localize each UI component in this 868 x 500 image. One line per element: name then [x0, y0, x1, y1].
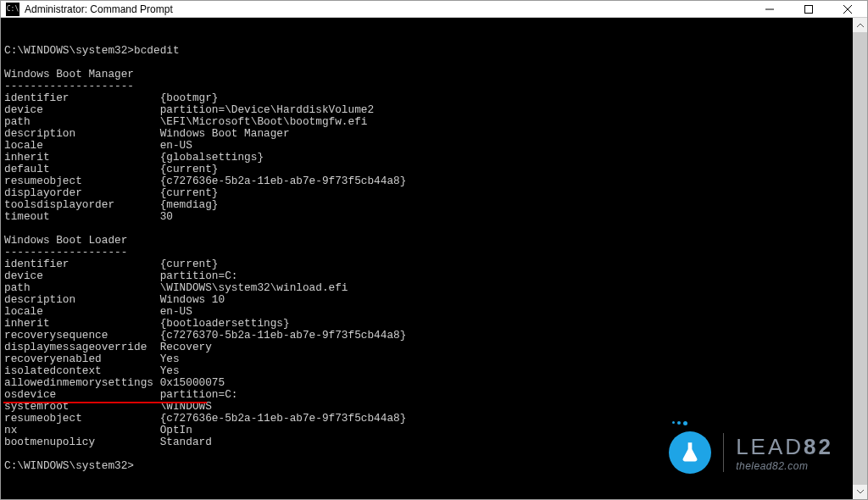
kv-key: nx: [4, 425, 160, 436]
kv-value: partition=\Device\HarddiskVolume2: [160, 103, 375, 116]
watermark-url: thelead82.com: [736, 460, 833, 472]
chevron-up-icon: [857, 23, 864, 27]
kv-key: recoveryenabled: [4, 353, 160, 365]
blank: [4, 447, 11, 460]
scroll-track[interactable]: [853, 32, 867, 485]
section-header-line: Windows Boot Manager: [4, 69, 849, 81]
kv-key: device: [4, 104, 160, 116]
kv-row: recoverysequence{c7276370-5b2a-11eb-ab7e…: [4, 330, 849, 342]
scroll-down-button[interactable]: [853, 485, 867, 499]
kv-row: localeen-US: [4, 140, 849, 152]
blank: [4, 222, 11, 235]
kv-key: default: [4, 164, 160, 175]
kv-value: partition=C:: [160, 269, 238, 282]
blank: [4, 56, 11, 69]
kv-row: inherit{bootloadersettings}: [4, 318, 849, 330]
kv-value: {current}: [160, 258, 219, 270]
kv-key: description: [4, 128, 160, 140]
title-left: C:\ Administrator: Command Prompt: [6, 3, 173, 16]
kv-key: inherit: [4, 152, 160, 164]
kv-key: locale: [4, 140, 160, 152]
kv-value: {c727636e-5b2a-11eb-ab7e-9f73f5cb44a8}: [160, 412, 407, 425]
kv-key: osdevice: [4, 389, 160, 401]
kv-row: descriptionWindows Boot Manager: [4, 128, 849, 140]
scroll-thumb[interactable]: [853, 32, 867, 485]
kv-value: en-US: [160, 139, 192, 152]
kv-key: toolsdisplayorder: [4, 199, 160, 211]
kv-key: resumeobject: [4, 413, 160, 425]
scroll-up-button[interactable]: [853, 18, 867, 32]
kv-value: \WINDOWS\system32\winload.efi: [160, 281, 348, 294]
kv-value: {c727636e-5b2a-11eb-ab7e-9f73f5cb44a8}: [160, 175, 407, 187]
kv-row: identifier{bootmgr}: [4, 92, 849, 104]
kv-value: partition=C:: [160, 388, 238, 401]
kv-key: path: [4, 282, 160, 294]
kv-value: Yes: [160, 353, 180, 365]
vertical-scrollbar[interactable]: [853, 18, 867, 499]
watermark-text: LEAD82 thelead82.com: [736, 434, 833, 472]
kv-value: {current}: [160, 163, 219, 175]
kv-value: 0x15000075: [160, 376, 225, 389]
watermark: LEAD82 thelead82.com: [669, 431, 833, 474]
kv-row: identifier{current}: [4, 258, 849, 270]
kv-value: {c7276370-5b2a-11eb-ab7e-9f73f5cb44a8}: [160, 329, 407, 342]
highlight-underline: [3, 402, 207, 403]
section-header: Windows Boot Loader: [4, 234, 127, 247]
kv-row: displayorder{current}: [4, 187, 849, 199]
cmd-icon: C:\: [6, 3, 19, 16]
maximize-button[interactable]: [789, 1, 828, 17]
kv-value: {bootloadersettings}: [160, 317, 290, 330]
titlebar[interactable]: C:\ Administrator: Command Prompt: [1, 1, 867, 18]
prompt-line: C:\WINDOWS\system32>bcdedit: [4, 45, 849, 57]
kv-row: devicepartition=\Device\HarddiskVolume2: [4, 104, 849, 116]
kv-row: path\EFI\Microsoft\Boot\bootmgfw.efi: [4, 116, 849, 128]
terminal-output[interactable]: C:\WINDOWS\system32>bcdedit Windows Boot…: [1, 18, 853, 499]
kv-row: descriptionWindows 10: [4, 294, 849, 306]
kv-row: inherit{globalsettings}: [4, 152, 849, 164]
minimize-button[interactable]: [750, 1, 789, 17]
chevron-down-icon: [857, 490, 864, 494]
kv-key: identifier: [4, 258, 160, 270]
kv-value: \EFI\Microsoft\Boot\bootmgfw.efi: [160, 115, 368, 128]
kv-value: {memdiag}: [160, 198, 219, 211]
kv-row: osdevicepartition=C:: [4, 389, 849, 401]
kv-row: resumeobject{c727636e-5b2a-11eb-ab7e-9f7…: [4, 413, 849, 425]
kv-row: recoveryenabledYes: [4, 353, 849, 365]
kv-row: displaymessageoverrideRecovery: [4, 342, 849, 353]
watermark-brand: LEAD82: [736, 434, 833, 460]
kv-key: displaymessageoverride: [4, 342, 160, 353]
kv-value: {bootmgr}: [160, 92, 219, 104]
kv-row: isolatedcontextYes: [4, 365, 849, 377]
section-rule-line: -------------------: [4, 247, 849, 258]
kv-row: toolsdisplayorder{memdiag}: [4, 199, 849, 211]
section-rule: --------------------: [4, 80, 134, 92]
kv-key: locale: [4, 306, 160, 318]
close-icon: [843, 5, 852, 14]
kv-key: allowedinmemorysettings: [4, 377, 160, 389]
kv-row: default{current}: [4, 164, 849, 175]
prompt-prefix: C:\WINDOWS\system32>: [4, 44, 134, 57]
blank-line: [4, 223, 849, 235]
window-title: Administrator: Command Prompt: [25, 3, 173, 15]
kv-key: resumeobject: [4, 175, 160, 187]
close-button[interactable]: [828, 1, 867, 17]
watermark-flask-icon: [669, 431, 711, 474]
kv-row: allowedinmemorysettings0x15000075: [4, 377, 849, 389]
command-prompt-window: C:\ Administrator: Command Prompt C:\WIN…: [0, 0, 868, 500]
prompt-command: bcdedit: [134, 44, 180, 57]
kv-value: Recovery: [160, 341, 212, 353]
kv-row: path\WINDOWS\system32\winload.efi: [4, 282, 849, 294]
kv-value: Yes: [160, 364, 180, 377]
kv-value: Windows Boot Manager: [160, 127, 290, 140]
watermark-divider: [723, 433, 724, 472]
blank-line: [4, 57, 849, 69]
kv-key: device: [4, 270, 160, 282]
kv-key: inherit: [4, 318, 160, 330]
kv-key: path: [4, 116, 160, 128]
kv-value: 30: [160, 210, 173, 223]
kv-value: en-US: [160, 305, 192, 318]
kv-value: Standard: [160, 436, 212, 448]
kv-row: devicepartition=C:: [4, 270, 849, 282]
svg-rect-1: [805, 5, 813, 13]
kv-value: Windows 10: [160, 293, 225, 306]
